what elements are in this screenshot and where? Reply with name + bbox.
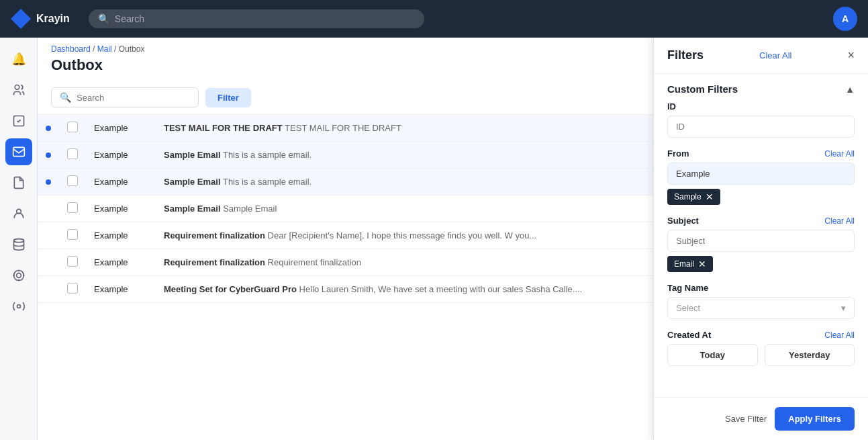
search-icon: 🔍 <box>60 92 71 103</box>
filter-section-tag: Tag Name Select ▾ <box>667 283 855 319</box>
filter-section-id: ID <box>667 101 855 138</box>
today-button[interactable]: Today <box>667 344 758 366</box>
breadcrumb-outbox: Outbox <box>119 44 145 54</box>
chevron-up-icon[interactable]: ▲ <box>845 84 855 95</box>
table-row[interactable]: Example Sample Email This is a sample em… <box>38 169 653 195</box>
yesterday-button[interactable]: Yesterday <box>765 344 855 366</box>
sidebar-item-contacts[interactable] <box>5 77 32 103</box>
email-subject: Sample Email <box>164 150 221 160</box>
email-subject: Meeting Set for CyberGuard Pro <box>164 284 297 294</box>
filter-from-label: From <box>667 148 689 159</box>
filter-close-button[interactable]: × <box>847 48 855 62</box>
apply-filters-button[interactable]: Apply Filters <box>775 407 855 431</box>
logo-diamond <box>11 9 31 29</box>
email-search-wrap[interactable]: 🔍 <box>51 87 199 107</box>
filter-id-input[interactable] <box>667 116 855 138</box>
filter-from-chip-remove[interactable]: ✕ <box>706 191 714 202</box>
email-sender: Example <box>94 204 148 214</box>
sidebar-item-mail[interactable] <box>5 138 32 165</box>
table-row[interactable]: Example TEST MAIL FOR THE DRAFT TEST MAI… <box>38 115 653 142</box>
save-filter-button[interactable]: Save Filter <box>725 414 767 424</box>
email-preview: This is a sample email. <box>223 150 311 160</box>
email-subject: Requirement finalization <box>164 230 265 240</box>
filter-from-chip: Sample ✕ <box>667 189 720 205</box>
left-nav: 🔔 <box>0 38 38 440</box>
table-row[interactable]: Example Sample Email This is a sample em… <box>38 142 653 169</box>
filter-section-created-at: Created At Clear All Today Yesterday <box>667 330 855 366</box>
sidebar-item-settings[interactable] <box>5 293 32 320</box>
email-subject: Requirement finalization <box>164 257 265 267</box>
row-checkbox[interactable] <box>67 175 78 186</box>
email-preview: Hello Lauren Smith, We have set a meetin… <box>299 284 583 294</box>
row-checkbox[interactable] <box>67 148 78 159</box>
svg-point-6 <box>16 273 21 278</box>
sidebar-item-tasks[interactable] <box>5 107 32 134</box>
sidebar-item-storage[interactable] <box>5 231 32 258</box>
app-logo: Krayin <box>11 9 70 29</box>
filter-panel-header: Filters Clear All × <box>654 38 868 74</box>
filter-panel: Filters Clear All × Custom Filters ▲ ID <box>653 38 868 440</box>
custom-filters-title: Custom Filters <box>667 83 738 95</box>
table-row[interactable]: Example Requirement finalization Require… <box>38 249 653 276</box>
page-content: Dashboard / Mail / Outbox Outbox 🔍 Filte… <box>38 38 653 440</box>
filter-created-at-clear[interactable]: Clear All <box>824 331 855 340</box>
date-buttons: Today Yesterday <box>667 344 855 366</box>
filter-tag-select[interactable]: Select ▾ <box>667 297 855 319</box>
sidebar-item-target[interactable] <box>5 262 32 289</box>
email-preview: Dear [Recipient's Name], I hope this mes… <box>268 230 537 240</box>
chevron-down-icon: ▾ <box>841 303 846 313</box>
filter-footer: Save Filter Apply Filters <box>654 397 868 440</box>
filter-from-input[interactable] <box>667 163 855 185</box>
filter-tag-label: Tag Name <box>667 283 708 293</box>
filter-clear-all-button[interactable]: Clear All <box>759 50 791 60</box>
email-preview: Sample Email <box>223 204 277 214</box>
row-checkbox[interactable] <box>67 202 78 213</box>
filter-button[interactable]: Filter <box>205 88 251 107</box>
sidebar-item-person[interactable] <box>5 200 32 227</box>
global-search[interactable]: 🔍 Search <box>89 9 424 28</box>
avatar[interactable]: A <box>833 7 857 31</box>
svg-rect-2 <box>13 147 24 156</box>
email-sender: Example <box>94 150 148 160</box>
email-preview: This is a sample email. <box>223 177 311 187</box>
email-sender: Example <box>94 123 148 133</box>
email-subject: Sample Email <box>164 204 221 214</box>
filter-subject-chip: Email ✕ <box>667 256 713 272</box>
unread-indicator <box>46 152 51 158</box>
filter-subject-label: Subject <box>667 216 699 226</box>
custom-filters-header: Custom Filters ▲ <box>667 74 855 101</box>
filter-tag-select-value: Select <box>676 303 700 313</box>
sidebar-item-notes[interactable] <box>5 169 32 196</box>
table-row[interactable]: Example Meeting Set for CyberGuard Pro H… <box>38 276 653 303</box>
row-checkbox[interactable] <box>67 283 78 294</box>
search-icon: 🔍 <box>98 13 109 24</box>
sidebar-item-bell[interactable]: 🔔 <box>5 46 32 73</box>
breadcrumb-mail[interactable]: Mail <box>97 44 112 54</box>
filter-subject-clear[interactable]: Clear All <box>824 216 855 226</box>
filter-from-clear[interactable]: Clear All <box>824 149 855 159</box>
svg-point-5 <box>13 271 23 281</box>
email-sender: Example <box>94 177 148 187</box>
breadcrumb-dashboard[interactable]: Dashboard <box>51 44 91 54</box>
row-checkbox[interactable] <box>67 256 78 267</box>
table-row[interactable]: Example Sample Email Sample Email <box>38 195 653 222</box>
email-search-input[interactable] <box>77 93 190 103</box>
topbar: Krayin 🔍 Search A <box>0 0 868 38</box>
filter-subject-chip-remove[interactable]: ✕ <box>698 259 706 269</box>
search-placeholder: Search <box>115 13 144 24</box>
filter-section-subject: Subject Clear All Email ✕ <box>667 216 855 272</box>
email-subject: TEST MAIL FOR THE DRAFT <box>164 123 283 133</box>
unread-indicator <box>46 179 51 185</box>
svg-point-0 <box>15 85 19 90</box>
breadcrumb: Dashboard / Mail / Outbox <box>38 38 653 56</box>
filter-created-at-label: Created At <box>667 330 711 340</box>
row-checkbox[interactable] <box>67 122 78 132</box>
filter-subject-input[interactable] <box>667 230 855 252</box>
email-sender: Example <box>94 230 148 240</box>
table-row[interactable]: Example Requirement finalization Dear [R… <box>38 222 653 249</box>
svg-point-11 <box>17 305 20 308</box>
row-checkbox[interactable] <box>67 229 78 240</box>
email-table: Example TEST MAIL FOR THE DRAFT TEST MAI… <box>38 115 653 303</box>
email-preview: Requirement finalization <box>268 257 361 267</box>
filter-section-from: From Clear All Sample ✕ <box>667 148 855 205</box>
